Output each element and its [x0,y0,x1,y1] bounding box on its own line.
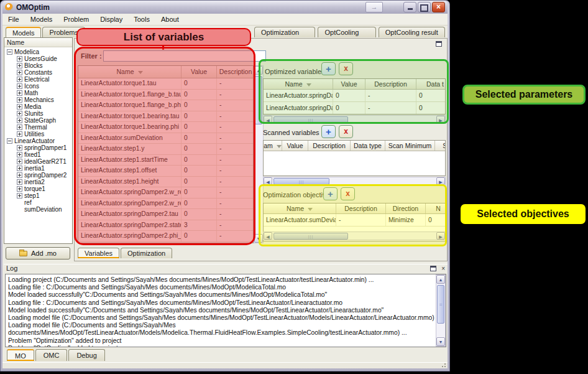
title-bar[interactable]: OMOptim → × [2,1,448,14]
scroll-right-icon[interactable]: ▶ [436,232,445,240]
scroll-right-icon[interactable]: ▶ [436,116,445,123]
tree-column-header[interactable]: Name [4,38,72,47]
panel-tab[interactable]: Variables [78,248,119,258]
sidebar-tab[interactable]: Models [6,27,41,37]
objectives-horizontal-scrollbar[interactable]: ◀ ||| ▶ [263,231,446,240]
close-panel-icon[interactable]: × [441,265,445,272]
log-vertical-scrollbar[interactable]: ▲ = ▼ [436,274,446,347]
table-row[interactable]: LinearActuator.step1.startTime 0 - [78,155,253,166]
tree-item[interactable]: Media [4,103,72,110]
remove-scanned-variable-button[interactable]: x [339,125,353,138]
tree-item[interactable]: Modelica [4,49,72,55]
tree-expander-icon[interactable] [17,56,22,62]
variables-vertical-scrollbar[interactable]: ▲ ▼ [254,65,264,243]
tree-expander-icon[interactable] [17,179,22,185]
scroll-left-icon[interactable]: ◀ [264,177,272,185]
menu-item[interactable]: Display [94,16,128,23]
filter-input[interactable] [103,50,266,62]
maximize-button[interactable] [418,2,431,12]
scrollbar-thumb[interactable]: ||| [273,178,329,185]
table-row[interactable]: LinearActuator.springDamper1.d 0 - 0 [264,102,445,115]
tree-item[interactable]: inertia2 [4,179,72,185]
resize-grip-icon[interactable] [440,362,446,368]
log-tab[interactable]: OMC [35,349,68,361]
column-header-description[interactable]: Description [336,203,386,213]
tree-item[interactable]: Electrical [4,76,72,83]
tree-expander-icon[interactable] [17,166,22,171]
table-row[interactable]: LinearActuator.step1.offset 0 - [78,166,253,177]
column-header-description[interactable]: Description [365,79,416,89]
table-row[interactable]: LinearActuator.springDamper2.w_rel 0 - [78,199,253,210]
tree-expander-icon[interactable] [17,131,22,137]
tree-item[interactable]: SIunits [4,110,72,117]
scrollbar-thumb[interactable]: = [437,285,444,324]
tree-expander-icon[interactable] [17,104,22,110]
column-header-name[interactable]: Name [264,203,336,213]
column-header-weight[interactable]: N [426,203,446,213]
log-tab[interactable]: Debug [68,349,104,361]
table-row[interactable]: LinearActuator.torque1.bearing.tau 0 - [78,111,253,123]
column-header-name[interactable]: Name [78,66,181,78]
menu-item[interactable]: Problem [58,16,94,23]
remove-optimized-variable-button[interactable]: x [339,62,353,75]
tree-item[interactable]: ref [4,199,72,206]
close-button[interactable]: × [432,2,445,12]
column-header-direction[interactable]: Direction [386,203,426,213]
tree-expander-icon[interactable] [17,159,22,164]
scrollbar-thumb[interactable]: ||| [273,116,348,123]
tree-item[interactable]: step1 [4,192,72,199]
tree-expander-icon[interactable] [17,63,22,68]
undock-icon[interactable] [430,266,436,271]
table-row[interactable]: LinearActuator.springDamper2.phi_rel_sta… [78,231,253,242]
scrollbar-thumb[interactable] [255,76,262,124]
tree-expander-icon[interactable] [17,83,22,89]
tree-item[interactable]: fixed1 [4,151,72,158]
scrollbar-thumb[interactable]: ||| [273,233,348,240]
tree-item[interactable]: inertia1 [4,165,72,172]
panel-tab[interactable]: Optimization [121,248,172,258]
sidebar-tab[interactable]: Problems [42,27,85,37]
tree-item[interactable]: UsersGuide [4,55,72,62]
column-header-scan-maximum[interactable]: Scan M [435,141,446,151]
table-row[interactable]: LinearActuator.springDamper2.tau 0 - [78,209,253,220]
table-row[interactable]: LinearActuator.torque1.flange_b.phi 0 - [78,100,253,111]
tree-item[interactable]: torque1 [4,185,72,192]
scroll-right-icon[interactable]: ▶ [436,177,445,185]
table-row[interactable]: LinearActuator.springDamper2.w_rel_start… [78,187,253,199]
tree-expander-icon[interactable] [17,90,22,96]
menu-item[interactable]: Models [25,16,58,23]
table-row[interactable]: LinearActuator.springDamper2.stateSelect… [78,220,253,231]
tree-item[interactable]: Thermal [4,124,72,131]
scroll-left-icon[interactable]: ◀ [264,232,272,240]
tree-expander-icon[interactable] [17,111,22,116]
menu-item[interactable]: File [2,16,25,23]
result-tab[interactable]: OptCooling result [318,27,375,37]
tree-expander-icon[interactable] [17,193,22,199]
table-row[interactable]: LinearActuator.step1.height 0 - [78,177,253,188]
tree-item[interactable]: sumDeviation [4,206,72,213]
column-header-value[interactable]: Value [282,141,308,151]
scroll-down-icon[interactable]: ▼ [254,234,263,243]
minimize-button[interactable] [403,2,416,12]
tree-expander-icon[interactable] [17,124,22,130]
column-header-name[interactable]: am [264,141,282,151]
column-header-data-type[interactable]: Data type [351,141,385,151]
remove-objective-button[interactable]: x [341,187,355,200]
tree-item[interactable]: StateGraph [4,117,72,124]
tree-expander-icon[interactable] [17,145,22,151]
tree-expander-icon[interactable] [17,152,22,157]
result-tab[interactable]: Optimization result [254,27,315,37]
tree-item[interactable]: Mechanics [4,96,72,103]
scanned-horizontal-scrollbar[interactable]: ◀ ||| ▶ [263,177,446,185]
column-header-scan-minimum[interactable]: Scan Minimum [385,141,435,151]
table-row[interactable]: LinearActuator.torque1.flange_b.tau 0 - [78,90,253,101]
tree-item[interactable]: Math [4,90,72,96]
column-header-description[interactable]: Description [217,66,254,78]
tree-item[interactable]: idealGearR2T1 [4,158,72,165]
tree-item[interactable]: Utilities [4,131,72,138]
tree-expander-icon[interactable] [17,186,22,192]
table-row[interactable]: LinearActuator.springDamper2.d 0 - 0 [264,90,445,102]
scroll-down-icon[interactable]: ▼ [436,337,445,346]
tree-expander-icon[interactable] [17,172,22,178]
log-tab[interactable]: MO [7,349,34,361]
